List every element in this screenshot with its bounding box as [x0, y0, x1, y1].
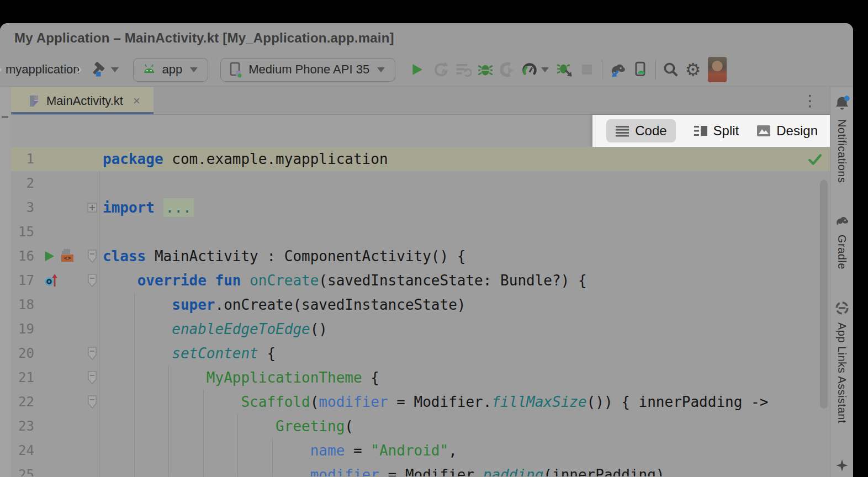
- editor-scrollbar[interactable]: [820, 180, 828, 409]
- code-line[interactable]: 2: [11, 171, 853, 195]
- tab-mainactivity[interactable]: MainActivity.kt ×: [11, 87, 154, 114]
- more-options-icon[interactable]: ⋮: [802, 92, 818, 110]
- code-text[interactable]: modifier = Modifier.padding(innerPadding…: [99, 463, 853, 476]
- fold-column: [85, 341, 99, 365]
- gutter-icons: [34, 220, 85, 244]
- line-number: 2: [11, 171, 34, 195]
- collapse-fold-icon[interactable]: [87, 370, 97, 385]
- view-mode-code[interactable]: Code: [606, 119, 675, 142]
- svg-text:A: A: [441, 68, 446, 76]
- code-text[interactable]: enableEdgeToEdge(): [99, 317, 853, 341]
- android-head-icon: [141, 63, 157, 76]
- view-mode-split-label: Split: [713, 123, 739, 139]
- app-links-icon[interactable]: [834, 300, 850, 316]
- apply-code-changes-icon[interactable]: [454, 60, 473, 79]
- code-text[interactable]: super.onCreate(savedInstanceState): [99, 293, 853, 317]
- code-text[interactable]: [99, 220, 853, 244]
- gutter-icons: <>: [34, 244, 85, 268]
- indent-guide: [134, 414, 135, 438]
- stripe-item-notifications[interactable]: Notifications: [835, 119, 848, 183]
- stripe-item-gradle[interactable]: Gradle: [835, 235, 848, 269]
- indent-guide: [203, 414, 204, 438]
- stop-icon: [578, 60, 596, 79]
- code-text[interactable]: [99, 171, 853, 195]
- code-text[interactable]: setContent {: [99, 341, 853, 365]
- gemini-sparkle-icon[interactable]: [835, 458, 849, 473]
- chevron-down-icon: [377, 67, 385, 72]
- profiler-gauge-icon[interactable]: [520, 60, 539, 79]
- fold-column: [85, 414, 99, 438]
- debug-bug-icon[interactable]: [476, 60, 495, 79]
- fold-column: [85, 293, 99, 317]
- code-line[interactable]: 23 Greeting(: [11, 414, 853, 438]
- design-image-icon: [756, 125, 771, 137]
- code-line[interactable]: 15: [11, 220, 853, 244]
- collapse-fold-icon[interactable]: [87, 273, 97, 288]
- device-selector[interactable]: Medium Phone API 35: [220, 58, 395, 82]
- code-text[interactable]: Greeting(: [99, 414, 853, 438]
- indent-guide: [272, 463, 273, 476]
- code-text[interactable]: class MainActivity : ComponentActivity()…: [99, 244, 853, 268]
- collapse-fold-icon[interactable]: [87, 346, 97, 361]
- collapse-fold-icon[interactable]: [87, 395, 97, 409]
- code-text[interactable]: override fun onCreate(savedInstanceState…: [99, 268, 853, 293]
- code-text[interactable]: name = "Android",: [99, 438, 853, 463]
- indent-guide: [134, 317, 135, 341]
- line-number: 25: [11, 463, 34, 476]
- profile-debuggable-icon[interactable]: [555, 60, 574, 79]
- gradle-elephant-icon[interactable]: [834, 214, 850, 228]
- settings-gear-icon[interactable]: ⚙: [684, 60, 702, 79]
- left-tool-stripe[interactable]: [0, 87, 11, 477]
- run-gutter-icon[interactable]: [43, 250, 55, 263]
- code-line[interactable]: 22 Scaffold(modifier = Modifier.fillMaxS…: [11, 390, 853, 414]
- chevron-down-icon[interactable]: [111, 67, 119, 72]
- view-mode-design[interactable]: Design: [756, 123, 818, 139]
- gutter-icons: [34, 414, 85, 438]
- apply-changes-restart-icon[interactable]: A: [432, 60, 451, 79]
- code-text[interactable]: MyApplicationTheme {: [99, 365, 853, 390]
- inspection-ok-check-icon[interactable]: [808, 152, 822, 167]
- gutter-icons: [34, 390, 85, 414]
- gutter-icons: [34, 317, 85, 341]
- code-line[interactable]: 25 modifier = Modifier.padding(innerPadd…: [11, 463, 853, 476]
- code-line[interactable]: 24 name = "Android",: [11, 438, 853, 463]
- chevron-down-icon[interactable]: [541, 67, 549, 72]
- compose-preview-file-icon[interactable]: <>: [59, 248, 75, 264]
- code-line[interactable]: 20 setContent {: [11, 341, 853, 365]
- fold-column: [85, 463, 99, 476]
- breadcrumb[interactable]: myapplication: [6, 62, 80, 77]
- collapse-fold-icon[interactable]: [87, 249, 97, 263]
- search-icon[interactable]: [661, 60, 680, 79]
- indent-guide: [134, 341, 135, 365]
- code-line[interactable]: 19 enableEdgeToEdge(): [11, 317, 853, 341]
- view-mode-split[interactable]: Split: [694, 123, 739, 139]
- gradle-sync-icon[interactable]: [608, 60, 627, 79]
- line-number: 22: [11, 390, 34, 414]
- module-selector[interactable]: app: [133, 58, 209, 82]
- overrides-method-icon[interactable]: [43, 273, 60, 288]
- bell-icon[interactable]: [834, 95, 850, 113]
- line-number: 16: [11, 244, 34, 268]
- code-editor[interactable]: 1package com.example.myapplication23 imp…: [0, 147, 853, 476]
- code-line[interactable]: 16 <> class MainActivity : ComponentActi…: [11, 244, 853, 268]
- run-button[interactable]: [407, 60, 426, 79]
- code-line[interactable]: 1package com.example.myapplication: [11, 147, 853, 171]
- device-phone-icon: [229, 61, 243, 78]
- fold-column: [85, 220, 99, 244]
- code-text[interactable]: package com.example.myapplication: [99, 147, 853, 171]
- user-avatar[interactable]: [708, 57, 727, 82]
- attach-debugger-icon[interactable]: [498, 60, 517, 79]
- close-icon[interactable]: ×: [133, 94, 140, 108]
- stripe-handle-icon[interactable]: [2, 116, 8, 118]
- code-text[interactable]: Scaffold(modifier = Modifier.fillMaxSize…: [99, 390, 853, 414]
- code-line[interactable]: 21 MyApplicationTheme {: [11, 365, 853, 390]
- code-line[interactable]: 3 import ...: [11, 195, 853, 220]
- code-text[interactable]: import ...: [99, 195, 853, 220]
- code-line[interactable]: 18 super.onCreate(savedInstanceState): [11, 293, 853, 317]
- code-line[interactable]: 17 override fun onCreate(savedInstanceSt…: [11, 268, 853, 293]
- gutter-icons: [34, 268, 85, 293]
- build-hammer-icon[interactable]: [90, 60, 109, 79]
- device-manager-icon[interactable]: [631, 60, 650, 79]
- stripe-item-app-links-assistant[interactable]: App Links Assistant: [835, 322, 848, 423]
- expand-fold-icon[interactable]: [87, 203, 97, 213]
